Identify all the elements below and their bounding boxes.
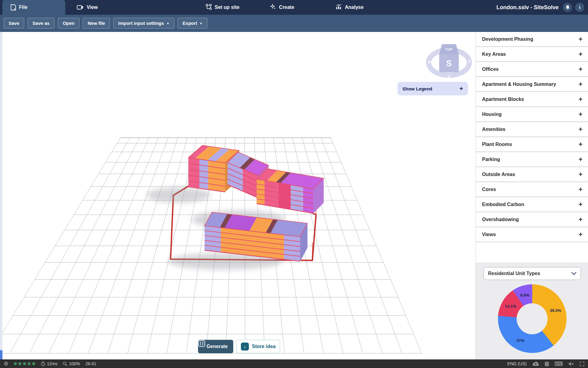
menu-set-up-site[interactable]: Set up site bbox=[206, 0, 239, 15]
expand-icon[interactable]: + bbox=[579, 81, 582, 88]
sidebar-section-label: Key Areas bbox=[482, 52, 506, 57]
view-cube-top-face[interactable]: TOP bbox=[439, 44, 459, 55]
sidebar-section[interactable]: Outside Areas + bbox=[476, 167, 588, 182]
expand-icon[interactable]: + bbox=[579, 186, 582, 193]
view-cube-box[interactable]: TOP S bbox=[439, 44, 459, 72]
status-bar: ⚙ 12ms 100% 26:41 ENG (US) bbox=[0, 359, 588, 368]
sidebar-section-label: Offices bbox=[482, 67, 499, 72]
sidebar-section[interactable]: Amenities + bbox=[476, 122, 588, 137]
sidebar-section[interactable]: Development Phasing + bbox=[476, 32, 588, 47]
expand-icon[interactable]: + bbox=[579, 156, 582, 163]
donut-slice-label: 39.3% bbox=[550, 308, 561, 313]
sidebar-section-label: Development Phasing bbox=[482, 36, 533, 42]
expand-icon[interactable]: + bbox=[579, 216, 582, 223]
save-button[interactable]: Save bbox=[4, 18, 24, 29]
new-file-button[interactable]: New file bbox=[83, 18, 110, 29]
gear-icon[interactable]: ⚙ bbox=[4, 361, 8, 367]
action-row: Generate ↓ Store idea bbox=[198, 340, 280, 353]
language-indicator[interactable]: ENG (US) bbox=[507, 361, 527, 366]
document-title: London.sslv - SiteSolve bbox=[496, 4, 559, 11]
open-button[interactable]: Open bbox=[58, 18, 79, 29]
sidebar-section[interactable]: Cores + bbox=[476, 182, 588, 197]
sidebar-section-label: Housing bbox=[482, 112, 502, 117]
info-button[interactable]: i bbox=[575, 3, 584, 12]
tab-file[interactable]: File bbox=[2, 0, 65, 15]
menu-analyse[interactable]: Analyse bbox=[336, 0, 364, 15]
tab-view[interactable]: View bbox=[69, 0, 106, 15]
expand-icon[interactable]: + bbox=[579, 111, 582, 118]
sidebar-section-label: Amenities bbox=[482, 127, 505, 132]
compass-west[interactable]: W bbox=[428, 60, 431, 64]
title-box: London.sslv - SiteSolve i bbox=[496, 0, 584, 15]
tab-label: View bbox=[87, 5, 98, 10]
sidebar-section[interactable]: Views + bbox=[476, 227, 588, 242]
file-toolbar: Save Save as Open New file Import input … bbox=[0, 15, 588, 32]
latency-value: 12ms bbox=[47, 361, 57, 366]
download-icon: ↓ bbox=[241, 343, 249, 351]
sitesolve-app: File View Set up site Create Analyse bbox=[0, 0, 588, 368]
sidebar-section-label: Apartment & Housing Summary bbox=[482, 82, 556, 87]
zoom-value: 100% bbox=[69, 361, 80, 366]
bell-icon bbox=[565, 5, 570, 10]
health-dot bbox=[28, 362, 31, 365]
keyboard-icon[interactable]: ⌨ bbox=[555, 361, 563, 367]
expand-icon[interactable]: + bbox=[579, 66, 582, 73]
view-cube[interactable]: W E S TOP S bbox=[426, 42, 472, 78]
expand-icon[interactable]: + bbox=[579, 36, 582, 43]
store-idea-button[interactable]: ↓ Store idea bbox=[236, 340, 280, 353]
viewport-left-gutter bbox=[0, 32, 2, 359]
sidebar-section[interactable]: Plant Rooms + bbox=[476, 137, 588, 152]
sidebar-section[interactable]: Apartment & Housing Summary + bbox=[476, 77, 588, 92]
health-dot bbox=[14, 362, 17, 365]
viewport-scroll-chip[interactable] bbox=[0, 350, 2, 359]
compass-east[interactable]: E bbox=[469, 59, 471, 63]
import-input-settings-dropdown[interactable]: Import input settings▼ bbox=[113, 18, 174, 29]
expand-icon[interactable]: + bbox=[579, 201, 582, 208]
magnifier-icon bbox=[63, 362, 67, 366]
sidebar-section[interactable]: Overshadowing + bbox=[476, 212, 588, 227]
chevron-down-icon: ▼ bbox=[166, 22, 169, 25]
speaker-muted-icon[interactable] bbox=[568, 362, 574, 366]
sidebar-section[interactable]: Key Areas + bbox=[476, 47, 588, 62]
show-legend-button[interactable]: Show Legend + bbox=[398, 82, 468, 95]
health-dot bbox=[23, 362, 26, 365]
analysis-sidebar: Development Phasing + Key Areas + Office… bbox=[476, 32, 588, 359]
fullscreen-icon[interactable] bbox=[580, 362, 584, 366]
health-dot bbox=[32, 362, 35, 365]
expand-icon[interactable]: + bbox=[579, 231, 582, 238]
sidebar-section[interactable]: Apartment Blocks + bbox=[476, 92, 588, 107]
tab-bar: File View Set up site Create Analyse bbox=[0, 0, 588, 15]
stopwatch-icon bbox=[41, 361, 45, 366]
setup-site-icon bbox=[206, 4, 212, 11]
site-scene bbox=[2, 32, 476, 359]
menu-create[interactable]: Create bbox=[270, 0, 294, 15]
expand-icon[interactable]: + bbox=[579, 51, 582, 58]
sidebar-section-list: Development Phasing + Key Areas + Office… bbox=[476, 32, 588, 242]
view-cube-front-face[interactable]: S bbox=[439, 55, 459, 72]
chevron-down-icon bbox=[571, 271, 576, 276]
compass-south[interactable]: S bbox=[448, 75, 450, 79]
expand-icon[interactable]: + bbox=[579, 96, 582, 103]
sidebar-section[interactable]: Housing + bbox=[476, 107, 588, 122]
donut-hole bbox=[517, 303, 548, 334]
analyse-icon bbox=[336, 4, 342, 11]
expand-icon[interactable]: + bbox=[579, 141, 582, 148]
sidebar-section-label: Outside Areas bbox=[482, 172, 515, 177]
save-as-button[interactable]: Save as bbox=[28, 18, 55, 29]
donut-slice-label: 14.1% bbox=[505, 304, 516, 309]
3d-viewport[interactable]: W E S TOP S Show Legend + Generate ↓ Sto bbox=[2, 32, 476, 359]
notifications-button[interactable] bbox=[563, 3, 572, 12]
sidebar-section[interactable]: Parking + bbox=[476, 152, 588, 167]
cloud-upload-icon[interactable] bbox=[532, 361, 539, 366]
expand-icon[interactable]: + bbox=[579, 126, 582, 133]
clipboard-sync-icon[interactable] bbox=[545, 361, 549, 366]
generate-button[interactable]: Generate bbox=[198, 340, 233, 353]
chart-selector-dropdown[interactable]: Residential Unit Types bbox=[484, 267, 581, 280]
sidebar-section-label: Views bbox=[482, 232, 496, 237]
expand-icon[interactable]: + bbox=[579, 171, 582, 178]
sidebar-section-label: Embodied Carbon bbox=[482, 202, 524, 207]
sidebar-section[interactable]: Embodied Carbon + bbox=[476, 197, 588, 212]
export-dropdown[interactable]: Export▼ bbox=[178, 18, 207, 29]
sidebar-section[interactable]: Offices + bbox=[476, 62, 588, 77]
sidebar-section-label: Cores bbox=[482, 187, 496, 192]
